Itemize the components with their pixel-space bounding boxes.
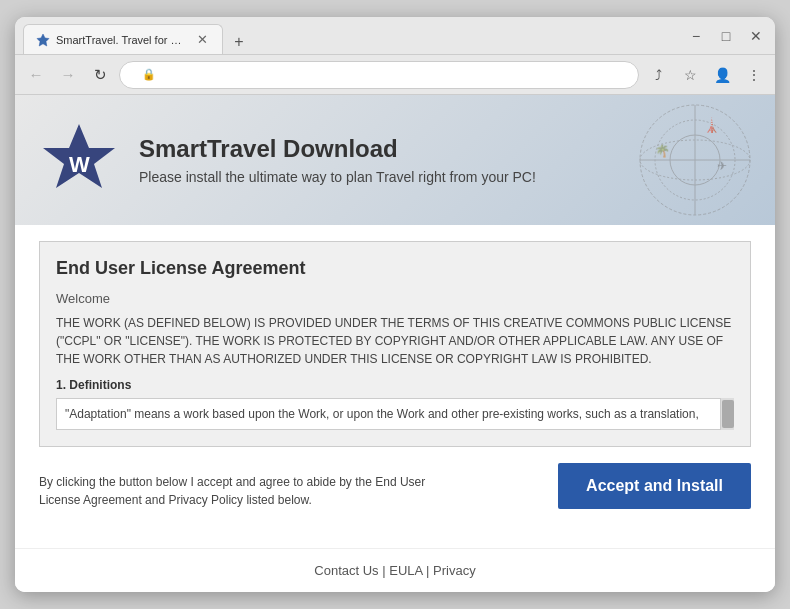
address-bar-row: ← → ↻ 🔒 ⤴ ☆ 👤 ⋮ xyxy=(15,55,775,95)
page-content: W SmartTravel Download Please install th… xyxy=(15,95,775,592)
tab-favicon xyxy=(36,33,50,47)
svg-marker-0 xyxy=(37,34,49,46)
back-button[interactable]: ← xyxy=(23,62,49,88)
footer-links[interactable]: Contact Us | EULA | Privacy xyxy=(314,563,475,578)
menu-icon[interactable]: ⋮ xyxy=(741,62,767,88)
accept-section: By clicking the button below I accept an… xyxy=(39,463,751,509)
browser-window: SmartTravel. Travel for PC. ✕ + − □ ✕ ← … xyxy=(15,17,775,592)
svg-text:✈: ✈ xyxy=(717,159,727,173)
hero-title: SmartTravel Download xyxy=(139,135,536,163)
hero-text: SmartTravel Download Please install the … xyxy=(139,135,536,185)
address-bar[interactable]: 🔒 xyxy=(119,61,639,89)
profile-icon[interactable]: 👤 xyxy=(709,62,735,88)
tab-area: SmartTravel. Travel for PC. ✕ + xyxy=(23,17,677,54)
share-icon[interactable]: ⤴ xyxy=(645,62,671,88)
svg-text:🗼: 🗼 xyxy=(703,117,721,134)
hero-logo: W xyxy=(39,120,119,200)
accept-install-button[interactable]: Accept and Install xyxy=(558,463,751,509)
bookmark-icon[interactable]: ☆ xyxy=(677,62,703,88)
window-controls: − □ ✕ xyxy=(685,25,767,47)
scroll-bar[interactable] xyxy=(720,398,734,430)
scroll-thumb[interactable] xyxy=(722,400,734,428)
refresh-button[interactable]: ↻ xyxy=(87,62,113,88)
title-bar: SmartTravel. Travel for PC. ✕ + − □ ✕ xyxy=(15,17,775,55)
forward-button[interactable]: → xyxy=(55,62,81,88)
page-footer: Contact Us | EULA | Privacy xyxy=(15,548,775,592)
restore-button[interactable]: □ xyxy=(715,25,737,47)
eula-welcome-label: Welcome xyxy=(56,291,734,306)
hero-subtitle: Please install the ultimate way to plan … xyxy=(139,169,536,185)
svg-text:🌴: 🌴 xyxy=(655,143,670,158)
tab-close-button[interactable]: ✕ xyxy=(194,32,210,47)
eula-definitions-title: 1. Definitions xyxy=(56,378,734,392)
new-tab-button[interactable]: + xyxy=(227,30,251,54)
eula-body-text: THE WORK (AS DEFINED BELOW) IS PROVIDED … xyxy=(56,314,734,368)
hero-banner: W SmartTravel Download Please install th… xyxy=(15,95,775,225)
eula-definitions-body: "Adaptation" means a work based upon the… xyxy=(65,407,699,421)
lock-icon: 🔒 xyxy=(142,68,156,81)
eula-title: End User License Agreement xyxy=(56,258,734,279)
minimize-button[interactable]: − xyxy=(685,25,707,47)
toolbar-icons: ⤴ ☆ 👤 ⋮ xyxy=(645,62,767,88)
eula-container: End User License Agreement Welcome THE W… xyxy=(39,241,751,447)
tab-title: SmartTravel. Travel for PC. xyxy=(56,34,188,46)
svg-text:W: W xyxy=(69,152,90,177)
accept-agreement-text: By clicking the button below I accept an… xyxy=(39,473,439,509)
eula-scrollable-area[interactable]: "Adaptation" means a work based upon the… xyxy=(56,398,734,430)
globe-decoration: 🗼 🌴 ✈ xyxy=(635,100,755,220)
eula-definitions-box[interactable]: "Adaptation" means a work based upon the… xyxy=(56,398,734,430)
close-button[interactable]: ✕ xyxy=(745,25,767,47)
active-tab[interactable]: SmartTravel. Travel for PC. ✕ xyxy=(23,24,223,54)
main-area: End User License Agreement Welcome THE W… xyxy=(15,225,775,548)
